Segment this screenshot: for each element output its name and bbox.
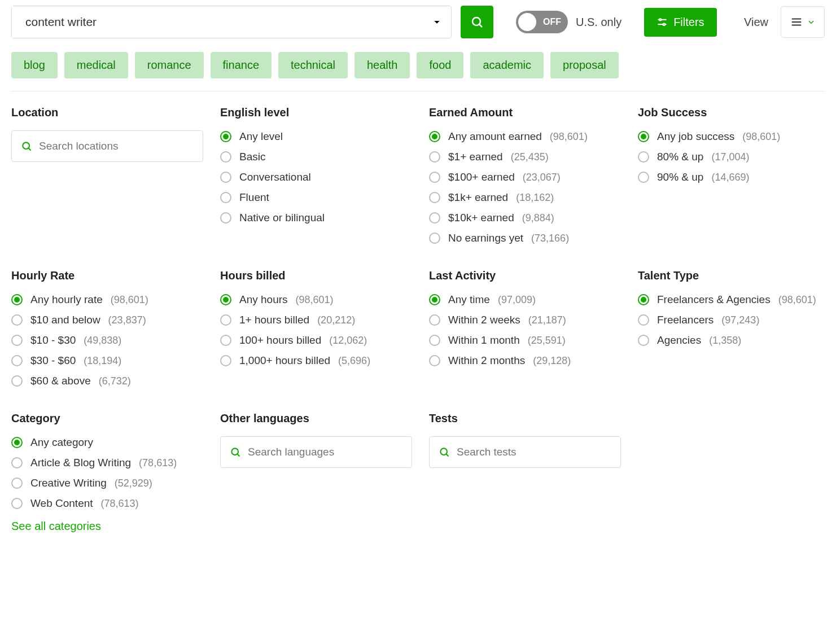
option-label: $1+ earned: [448, 151, 503, 163]
tag-health[interactable]: health: [354, 52, 410, 78]
filter-option[interactable]: 1+ hours billed(20,212): [220, 314, 423, 326]
group-title: Talent Type: [638, 269, 836, 282]
svg-point-8: [231, 448, 238, 455]
radio-icon: [220, 314, 231, 326]
tag-blog[interactable]: blog: [11, 52, 58, 78]
location-input[interactable]: [39, 140, 194, 152]
option-label: 100+ hours billed: [239, 334, 321, 347]
filter-option[interactable]: No earnings yet(73,166): [429, 232, 632, 244]
location-search[interactable]: [11, 130, 203, 162]
filter-option[interactable]: Any level: [220, 130, 423, 143]
tag-finance[interactable]: finance: [211, 52, 272, 78]
filter-option[interactable]: Native or bilingual: [220, 212, 423, 224]
svg-point-6: [23, 142, 29, 149]
filter-option[interactable]: Any job success(98,601): [638, 130, 836, 143]
filter-option[interactable]: $1+ earned(25,435): [429, 151, 632, 163]
filter-option[interactable]: $10 - $30(49,838): [11, 334, 215, 347]
filter-option[interactable]: $60 & above(6,732): [11, 375, 215, 387]
filter-option[interactable]: Any amount earned(98,601): [429, 130, 632, 143]
group-tests: Tests: [429, 412, 632, 533]
filter-option[interactable]: 80% & up(17,004): [638, 151, 836, 163]
filter-option[interactable]: Basic: [220, 151, 423, 163]
filter-option[interactable]: Conversational: [220, 171, 423, 183]
tag-medical[interactable]: medical: [64, 52, 128, 78]
option-count: (98,601): [742, 131, 780, 143]
tests-input[interactable]: [457, 446, 611, 458]
radio-icon: [429, 314, 440, 326]
search-button[interactable]: [461, 6, 493, 38]
option-label: $30 - $60: [30, 354, 76, 367]
tag-romance[interactable]: romance: [135, 52, 204, 78]
filter-option[interactable]: Creative Writing(52,929): [11, 477, 215, 489]
group-earned: Earned Amount Any amount earned(98,601)$…: [429, 106, 632, 244]
filter-option[interactable]: Article & Blog Writing(78,613): [11, 457, 215, 469]
option-label: Fluent: [239, 191, 269, 204]
filter-option[interactable]: Agencies(1,358): [638, 334, 836, 347]
filter-option[interactable]: $30 - $60(18,194): [11, 354, 215, 367]
filter-option[interactable]: 1,000+ hours billed(5,696): [220, 354, 423, 367]
filter-option[interactable]: 90% & up(14,669): [638, 171, 836, 183]
filter-option[interactable]: Within 1 month(25,591): [429, 334, 632, 347]
filters-button-label: Filters: [673, 16, 704, 29]
filter-option[interactable]: Any category: [11, 436, 215, 449]
filter-option[interactable]: Web Content(78,613): [11, 497, 215, 510]
tag-academic[interactable]: academic: [470, 52, 544, 78]
group-title: Hourly Rate: [11, 269, 215, 282]
group-title: Other languages: [220, 412, 423, 425]
filter-option[interactable]: $1k+ earned(18,162): [429, 191, 632, 204]
option-label: 90% & up: [657, 171, 703, 183]
see-all-categories-link[interactable]: See all categories: [11, 520, 215, 533]
group-title: Category: [11, 412, 215, 425]
languages-search[interactable]: [220, 436, 412, 468]
filter-option[interactable]: Within 2 months(29,128): [429, 354, 632, 367]
option-label: 80% & up: [657, 151, 703, 163]
us-only-toggle[interactable]: OFF: [516, 11, 568, 33]
filter-option[interactable]: Any time(97,009): [429, 293, 632, 306]
filter-option[interactable]: Any hourly rate(98,601): [11, 293, 215, 306]
list-icon: [790, 16, 803, 28]
view-label: View: [744, 16, 768, 29]
radio-icon: [220, 335, 231, 346]
filter-option[interactable]: Fluent: [220, 191, 423, 204]
filter-option[interactable]: Freelancers(97,243): [638, 314, 836, 326]
option-count: (9,884): [522, 212, 554, 224]
radio-icon: [638, 294, 649, 305]
option-label: Any level: [239, 130, 283, 143]
group-other-languages: Other languages: [220, 412, 423, 533]
svg-line-9: [237, 454, 239, 456]
option-count: (98,601): [778, 294, 816, 306]
toggle-state: OFF: [543, 17, 561, 27]
option-label: Any time: [448, 293, 490, 306]
view-mode-button[interactable]: [781, 6, 825, 38]
option-label: Any category: [30, 436, 93, 449]
filter-option[interactable]: $10k+ earned(9,884): [429, 212, 632, 224]
option-count: (6,732): [99, 375, 131, 387]
filter-option[interactable]: $10 and below(23,837): [11, 314, 215, 326]
svg-point-4: [659, 19, 661, 20]
languages-input[interactable]: [248, 446, 402, 458]
option-label: Web Content: [30, 497, 93, 510]
tag-technical[interactable]: technical: [278, 52, 348, 78]
search-category-dropdown[interactable]: [423, 17, 451, 27]
group-category: Category Any categoryArticle & Blog Writ…: [11, 412, 215, 533]
option-label: Within 1 month: [448, 334, 520, 347]
option-count: (98,601): [550, 131, 588, 143]
filter-option[interactable]: Within 2 weeks(21,187): [429, 314, 632, 326]
option-label: 1+ hours billed: [239, 314, 309, 326]
radio-icon: [429, 212, 440, 224]
radio-icon: [11, 355, 23, 366]
search-input[interactable]: [12, 6, 423, 38]
filter-option[interactable]: 100+ hours billed(12,062): [220, 334, 423, 347]
search-icon: [21, 141, 32, 152]
tests-search[interactable]: [429, 436, 621, 468]
option-count: (18,162): [516, 192, 554, 204]
radio-icon: [220, 212, 231, 224]
svg-point-10: [440, 448, 447, 455]
tag-food[interactable]: food: [417, 52, 463, 78]
tag-proposal[interactable]: proposal: [550, 52, 619, 78]
filter-option[interactable]: Any hours(98,601): [220, 293, 423, 306]
filter-option[interactable]: $100+ earned(23,067): [429, 171, 632, 183]
svg-line-7: [28, 148, 30, 150]
filters-button[interactable]: Filters: [644, 8, 716, 37]
filter-option[interactable]: Freelancers & Agencies(98,601): [638, 293, 836, 306]
